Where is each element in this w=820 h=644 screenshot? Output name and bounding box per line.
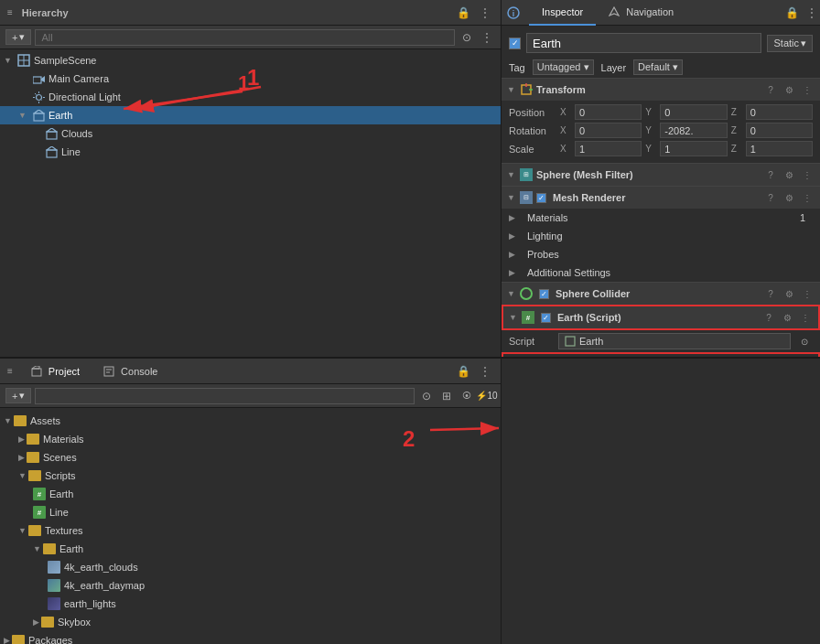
earth-script-checkbox[interactable]: ✓	[541, 313, 551, 323]
layer-dropdown[interactable]: Default ▾	[633, 59, 683, 75]
materials-row[interactable]: ▶ Materials 1	[502, 209, 820, 227]
mesh-filter-help-icon[interactable]: ?	[763, 167, 778, 182]
sphere-mesh-filter-header[interactable]: ▼ ⊞ Sphere (Mesh Filter) ? ⚙ ⋮	[502, 163, 820, 186]
object-enabled-checkbox[interactable]: ✓	[509, 38, 521, 49]
sphere-collider-checkbox[interactable]: ✓	[539, 289, 549, 299]
daymap-texture-label: 4k_earth_daymap	[64, 580, 145, 591]
sphere-collider-settings-icon[interactable]: ⚙	[782, 286, 796, 301]
mesh-renderer-checkbox[interactable]: ✓	[536, 193, 546, 203]
tag-dropdown[interactable]: Untagged ▾	[533, 59, 594, 75]
earth-script-help-icon[interactable]: ?	[761, 310, 776, 325]
asset-4k-daymap[interactable]: 4k_earth_daymap	[0, 576, 501, 595]
transform-help-icon[interactable]: ?	[763, 82, 778, 97]
sphere-collider-icon	[520, 287, 533, 300]
transform-settings-icon[interactable]: ⚙	[782, 82, 796, 97]
mesh-filter-settings-icon[interactable]: ⚙	[782, 167, 796, 182]
svg-rect-32	[104, 367, 113, 376]
lighting-row[interactable]: ▶ Lighting	[502, 227, 820, 245]
asset-skybox[interactable]: ▶ Skybox	[0, 613, 501, 631]
rotation-z[interactable]	[746, 123, 813, 138]
tree-item-line[interactable]: ▶ Line	[0, 143, 501, 161]
tab-inspector[interactable]: Inspector	[529, 0, 596, 26]
clouds-arrow: ▶	[31, 129, 44, 138]
transform-component-header[interactable]: ▼ Transform ? ⚙ ⋮	[502, 78, 820, 101]
menu-icon[interactable]: ⋮	[477, 5, 493, 21]
position-z[interactable]	[746, 104, 813, 120]
project-menu-icon[interactable]: ⋮	[477, 363, 493, 380]
inspector-lock-icon[interactable]: 🔒	[783, 5, 800, 21]
position-y[interactable]	[660, 104, 727, 120]
transform-more-icon[interactable]: ⋮	[800, 82, 815, 97]
asset-packages[interactable]: ▶ Packages	[0, 631, 501, 644]
hierarchy-menu-icon[interactable]: ⋮	[479, 29, 495, 46]
earth-script-more-icon[interactable]: ⋮	[798, 310, 813, 325]
mesh-renderer-help-icon[interactable]: ?	[763, 190, 778, 205]
tab-navigation[interactable]: Navigation	[596, 0, 686, 26]
earth-script-settings-icon[interactable]: ⚙	[780, 310, 794, 325]
tree-item-main-camera[interactable]: ▶ Main Camera	[0, 70, 501, 88]
tree-item-clouds[interactable]: ▶ Clouds	[0, 124, 501, 143]
project-lock-icon[interactable]: 🔒	[455, 363, 471, 380]
assets-root[interactable]: ▼ Assets	[0, 412, 501, 430]
script-pick-icon[interactable]: ⊙	[796, 333, 813, 349]
sphere-collider-more-icon[interactable]: ⋮	[800, 286, 815, 301]
project-tab-label: Project	[49, 366, 80, 377]
project-search-input[interactable]	[35, 388, 415, 404]
line-script-file-icon: #	[33, 506, 46, 519]
mesh-filter-icon: ⊞	[520, 168, 533, 181]
sphere-collider-help-icon[interactable]: ?	[763, 286, 778, 301]
asset-4k-clouds[interactable]: 4k_earth_clouds	[0, 558, 501, 576]
add-button[interactable]: + ▾	[5, 29, 31, 45]
mesh-renderer-settings-icon[interactable]: ⚙	[782, 190, 796, 205]
tab-console[interactable]: Console	[94, 359, 167, 384]
asset-materials[interactable]: ▶ Materials	[0, 430, 501, 448]
transform-icon	[520, 83, 533, 96]
probes-row[interactable]: ▶ Probes	[502, 245, 820, 263]
project-search-icon[interactable]: ⊙	[418, 388, 435, 404]
asset-scripts[interactable]: ▼ Scripts	[0, 467, 501, 485]
sphere-collider-name: Sphere Collider	[556, 288, 760, 299]
asset-line-script[interactable]: # Line	[0, 503, 501, 521]
mesh-renderer-more-icon[interactable]: ⋮	[800, 190, 815, 205]
project-view-icon[interactable]: ⊞	[438, 388, 455, 404]
bottom-area: ≡ Project Console 🔒 ⋮ + ▾	[0, 357, 820, 644]
tab-project[interactable]: Project	[22, 359, 89, 384]
svg-rect-16	[47, 132, 57, 139]
inspector-menu-icon[interactable]: ⋮	[804, 5, 820, 21]
scale-z[interactable]	[746, 141, 813, 156]
static-label: Static	[773, 38, 799, 48]
packages-label: Packages	[28, 635, 72, 644]
position-x[interactable]	[575, 104, 642, 120]
project-filter-icon[interactable]: ⦿	[459, 388, 475, 404]
asset-earth-script[interactable]: # Earth	[0, 485, 501, 503]
project-dropdown-arrow: ▾	[19, 390, 25, 402]
earth-script-header[interactable]: ▼ # ✓ Earth (Script) ? ⚙ ⋮	[502, 305, 820, 330]
object-name-input[interactable]	[526, 33, 761, 53]
scale-y[interactable]	[660, 141, 727, 156]
static-button[interactable]: Static ▾	[767, 35, 813, 52]
skybox-folder-icon	[41, 617, 54, 628]
lighting-label: Lighting	[527, 231, 813, 242]
asset-scenes[interactable]: ▶ Scenes	[0, 448, 501, 467]
mesh-filter-more-icon[interactable]: ⋮	[800, 167, 815, 182]
mesh-renderer-header[interactable]: ▼ ⊟ ✓ Mesh Renderer ? ⚙ ⋮	[502, 186, 820, 209]
scale-x[interactable]	[575, 141, 642, 156]
asset-earth-textures[interactable]: ▼ Earth	[0, 540, 501, 558]
additional-settings-row[interactable]: ▶ Additional Settings	[502, 263, 820, 282]
tree-item-earth[interactable]: ▼ Earth	[0, 106, 501, 124]
tree-item-samplescene[interactable]: ▼ SampleScene	[0, 51, 501, 70]
search-icon[interactable]: ⊙	[459, 29, 475, 46]
rotation-x[interactable]	[575, 123, 642, 138]
asset-textures[interactable]: ▼ Textures	[0, 521, 501, 540]
project-add-button[interactable]: + ▾	[5, 388, 31, 403]
asset-earth-lights[interactable]: earth_lights	[0, 595, 501, 613]
tree-item-directional-light[interactable]: ▶ Directional Light	[0, 88, 501, 106]
rotation-y[interactable]	[660, 123, 727, 138]
sphere-collider-header[interactable]: ▼ ✓ Sphere Collider ? ⚙ ⋮	[502, 282, 820, 305]
project-header: ≡ Project Console 🔒 ⋮	[0, 359, 501, 384]
probes-arrow: ▶	[509, 250, 523, 259]
y-axis-pos: Y	[645, 107, 656, 117]
search-input[interactable]	[35, 29, 455, 46]
hierarchy-title: Hierarchy	[22, 7, 69, 18]
lock-icon[interactable]: 🔒	[455, 5, 471, 21]
